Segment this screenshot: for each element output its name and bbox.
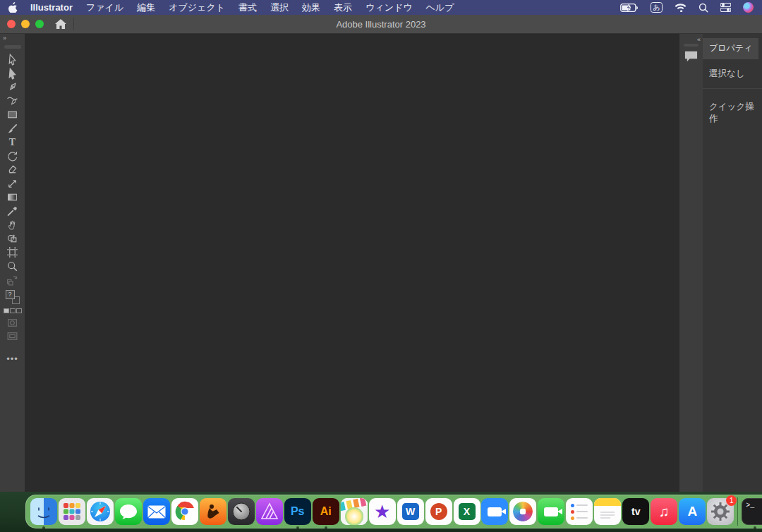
music-icon: ♫ xyxy=(651,498,677,525)
menu-file[interactable]: ファイル xyxy=(86,1,123,14)
dock-item-garageband[interactable] xyxy=(199,498,227,525)
dock-item-photoshop[interactable]: Ps xyxy=(284,498,312,525)
window-title-bar: Adobe Illustrator 2023 xyxy=(0,15,762,34)
dock-item-affinity-photo[interactable] xyxy=(255,498,284,525)
menu-bar: Illustrator ファイル 編集 オブジェクト 書式 選択 効果 表示 ウ… xyxy=(0,0,762,15)
pen-tool[interactable] xyxy=(3,80,23,95)
dock-item-logic-pro[interactable] xyxy=(227,498,255,525)
garageband-icon xyxy=(200,498,226,525)
fill-stroke-swatches[interactable]: ? xyxy=(6,290,20,304)
dock: Ps Ai ★ W P X tv ♫ A 1 >_ xyxy=(25,495,762,528)
comments-panel-button[interactable] xyxy=(684,49,698,66)
collapse-panels-icon[interactable]: « xyxy=(697,36,700,43)
dock-item-notes[interactable] xyxy=(593,498,622,525)
rotate-tool[interactable] xyxy=(3,150,23,164)
tab-properties[interactable]: プロパティ xyxy=(703,38,758,59)
shape-builder-tool[interactable] xyxy=(3,232,23,246)
hand-tool[interactable] xyxy=(3,218,23,232)
menu-help[interactable]: ヘルプ xyxy=(426,1,454,14)
dock-item-zoom[interactable] xyxy=(481,498,509,525)
fill-swatch[interactable]: ? xyxy=(6,290,15,299)
dock-separator xyxy=(737,497,738,526)
eraser-tool[interactable] xyxy=(3,163,23,177)
imovie-icon: ★ xyxy=(369,498,396,525)
running-indicator xyxy=(42,526,45,529)
finder-icon xyxy=(30,498,57,525)
screen-mode-button[interactable] xyxy=(3,330,23,344)
menu-effect[interactable]: 効果 xyxy=(302,1,320,14)
dock-item-apple-tv[interactable]: tv xyxy=(622,498,650,525)
menu-view[interactable]: 表示 xyxy=(334,1,352,14)
menu-edit[interactable]: 編集 xyxy=(137,1,155,14)
expand-tools-icon[interactable]: » xyxy=(0,34,6,42)
dock-item-excel[interactable]: X xyxy=(453,498,481,525)
edit-toolbar-button[interactable]: ••• xyxy=(6,353,18,364)
strip-drag-handle[interactable] xyxy=(684,44,698,47)
menu-type[interactable]: 書式 xyxy=(238,1,257,14)
menu-select[interactable]: 選択 xyxy=(270,1,289,14)
dock-item-messages[interactable] xyxy=(114,498,143,525)
speech-bubble-icon xyxy=(684,49,698,64)
dock-item-powerpoint[interactable]: P xyxy=(425,498,453,525)
dock-item-illustrator[interactable]: Ai xyxy=(312,498,340,525)
selection-tool[interactable] xyxy=(3,53,23,67)
menu-window[interactable]: ウィンドウ xyxy=(365,1,413,14)
tools-drag-handle[interactable] xyxy=(4,45,21,49)
direct-selection-tool[interactable] xyxy=(3,67,23,81)
dock-item-chrome[interactable] xyxy=(171,498,199,525)
home-button[interactable] xyxy=(55,19,66,30)
dock-item-photos[interactable] xyxy=(509,498,537,525)
dock-item-safari[interactable] xyxy=(86,498,114,525)
dock-item-launchpad[interactable] xyxy=(58,498,86,525)
final-cut-pro-icon xyxy=(341,498,368,525)
dock-item-final-cut-pro[interactable] xyxy=(340,498,368,525)
close-window-button[interactable] xyxy=(7,20,16,28)
artboard-tool[interactable] xyxy=(3,246,23,260)
apple-menu[interactable] xyxy=(8,2,19,13)
excel-icon: X xyxy=(454,498,480,525)
dock-item-imovie[interactable]: ★ xyxy=(368,498,397,525)
spotlight-search-icon[interactable] xyxy=(698,3,708,13)
selection-status: 選択なし xyxy=(703,59,762,88)
rectangle-tool[interactable] xyxy=(3,108,23,122)
type-tool[interactable]: T xyxy=(3,135,23,150)
dock-item-finder[interactable] xyxy=(30,498,58,525)
color-mode-buttons[interactable] xyxy=(4,308,22,313)
menu-object[interactable]: オブジェクト xyxy=(169,1,225,14)
dock-item-app-store[interactable]: A xyxy=(678,498,706,525)
curvature-tool[interactable] xyxy=(3,95,23,109)
dock-item-terminal[interactable]: >_ xyxy=(741,498,762,525)
settings-gear-icon: 1 xyxy=(707,498,734,525)
dock-item-music[interactable]: ♫ xyxy=(650,498,678,525)
menu-app-name[interactable]: Illustrator xyxy=(30,2,73,13)
siri-icon[interactable] xyxy=(743,2,754,13)
window-title: Adobe Illustrator 2023 xyxy=(0,19,762,30)
camera-glyph xyxy=(544,507,558,516)
dock-item-reminders[interactable] xyxy=(565,498,593,525)
paintbrush-tool[interactable] xyxy=(3,122,23,136)
curvature-pen-icon xyxy=(6,95,18,107)
dock-item-word[interactable]: W xyxy=(397,498,425,525)
control-center-icon[interactable] xyxy=(720,3,731,12)
shape-builder-icon xyxy=(6,233,18,245)
gradient-tool[interactable] xyxy=(3,191,23,205)
default-swap-fill-stroke[interactable] xyxy=(3,273,23,287)
canvas[interactable] xyxy=(26,34,679,492)
wifi-icon[interactable] xyxy=(675,3,687,12)
dock-item-facetime[interactable] xyxy=(537,498,565,525)
dock-item-settings[interactable]: 1 xyxy=(706,498,734,525)
dock-item-mail[interactable] xyxy=(143,498,171,525)
tab-layers[interactable]: レイ xyxy=(758,38,762,59)
battery-charging-icon[interactable] xyxy=(620,4,639,12)
eyedropper-tool[interactable] xyxy=(3,205,23,219)
zoom-window-button[interactable] xyxy=(35,20,44,28)
minimize-window-button[interactable] xyxy=(21,20,30,28)
drawing-modes-button[interactable] xyxy=(3,316,23,330)
rotate-icon xyxy=(6,150,18,162)
zoom-tool[interactable] xyxy=(3,260,23,274)
input-source-icon[interactable]: あ xyxy=(651,2,663,13)
running-indicator xyxy=(296,526,299,529)
gradient-button xyxy=(10,308,16,313)
workspace: » T ? ••• xyxy=(0,34,762,492)
scale-tool[interactable] xyxy=(3,177,23,191)
